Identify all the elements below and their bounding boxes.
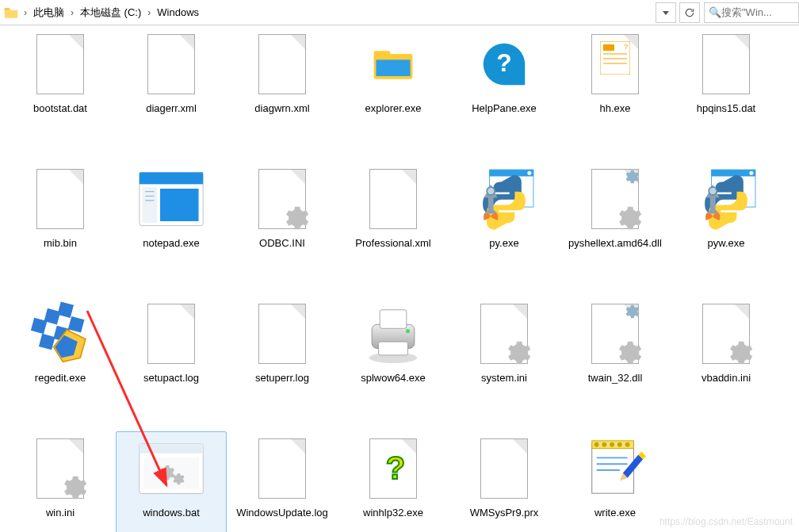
file-item[interactable]: explorer.exe: [338, 27, 449, 162]
blank-icon: [138, 300, 205, 367]
svg-rect-19: [490, 170, 533, 176]
file-item[interactable]: pyshellext.amd64.dll: [560, 162, 671, 297]
svg-point-47: [625, 442, 630, 447]
file-item[interactable]: WindowsUpdate.log: [227, 431, 338, 532]
svg-point-45: [610, 442, 614, 447]
dllgear-icon: [582, 300, 648, 367]
py-icon: [693, 166, 759, 232]
ini-icon: [27, 435, 94, 502]
file-item[interactable]: diagwrn.xml: [227, 27, 338, 162]
file-label: bootstat.dat: [33, 102, 87, 116]
chevron-right-icon: ›: [144, 7, 154, 18]
blank-icon: [249, 31, 315, 98]
svg-rect-2: [374, 51, 391, 58]
notepad-icon: [138, 166, 205, 232]
file-item[interactable]: ODBC.INI: [227, 162, 338, 297]
file-label: splwow64.exe: [361, 372, 426, 385]
explorer-icon: [360, 31, 426, 98]
breadcrumb-drive-c[interactable]: 本地磁盘 (C:): [78, 4, 143, 21]
blank-icon: [138, 31, 205, 98]
file-item[interactable]: setuperr.log: [227, 297, 338, 431]
file-item[interactable]: Professional.xml: [338, 162, 449, 297]
svg-rect-31: [68, 316, 85, 333]
file-item[interactable]: write.exe: [560, 431, 671, 532]
svg-rect-12: [140, 172, 203, 184]
file-item[interactable]: vbaddin.ini: [671, 297, 782, 431]
ini-icon: [693, 300, 759, 367]
file-item[interactable]: system.ini: [449, 297, 560, 431]
file-item[interactable]: ?winhlp32.exe: [338, 431, 449, 532]
file-label: regedit.exe: [35, 372, 86, 385]
svg-rect-13: [143, 187, 158, 223]
blank-icon: [249, 435, 315, 502]
file-item[interactable]: setupact.log: [116, 297, 227, 431]
svg-rect-29: [39, 334, 55, 350]
file-item[interactable]: windows.bat: [116, 431, 227, 532]
svg-rect-17: [160, 189, 199, 221]
file-item[interactable]: regedit.exe: [5, 297, 116, 431]
refresh-button[interactable]: [679, 2, 700, 23]
file-item[interactable]: twain_32.dll: [560, 297, 671, 431]
file-item[interactable]: diagerr.xml: [116, 27, 227, 162]
file-item[interactable]: pyw.exe: [671, 162, 782, 297]
file-grid: bootstat.datdiagerr.xmldiagwrn.xmlexplor…: [0, 25, 799, 532]
history-dropdown-button[interactable]: [656, 2, 676, 23]
file-item[interactable]: win.ini: [5, 431, 116, 532]
file-label: explorer.exe: [365, 102, 422, 116]
file-label: hpqins15.dat: [697, 102, 755, 116]
help-icon: ?: [471, 31, 537, 98]
file-item[interactable]: notepad.exe: [116, 162, 227, 297]
file-item[interactable]: mib.bin: [5, 162, 116, 297]
file-label: notepad.exe: [143, 237, 200, 251]
search-input[interactable]: [721, 6, 793, 18]
breadcrumb-windows[interactable]: Windows: [155, 5, 201, 20]
file-label: hh.exe: [599, 102, 630, 116]
printer-icon: [360, 300, 426, 367]
search-icon: 🔍: [709, 6, 721, 18]
breadcrumb-this-pc[interactable]: 此电脑: [32, 4, 66, 21]
file-item[interactable]: hpqins15.dat: [671, 27, 782, 162]
file-item[interactable]: ?hh.exe: [560, 27, 671, 162]
winhlp-icon: ?: [360, 435, 426, 502]
file-item[interactable]: bootstat.dat: [5, 27, 116, 162]
svg-rect-6: [603, 44, 614, 51]
chevron-right-icon: ›: [67, 7, 77, 18]
regedit-icon: [27, 300, 94, 367]
watermark: https://blog.csdn.net/Eastmount: [659, 516, 793, 527]
svg-point-20: [527, 171, 531, 175]
file-item[interactable]: ?HelpPane.exe: [449, 27, 560, 162]
file-item[interactable]: WMSysPr9.prx: [449, 431, 560, 532]
file-label: Professional.xml: [355, 237, 430, 251]
file-label: mib.bin: [44, 237, 77, 251]
file-label: pyw.exe: [708, 237, 745, 251]
address-bar: › 此电脑 › 本地磁盘 (C:) › Windows 🔍: [0, 0, 799, 25]
blank-icon: [471, 435, 537, 502]
blank-icon: [693, 31, 759, 98]
svg-text:?: ?: [624, 43, 628, 51]
ini-icon: [471, 300, 537, 367]
file-label: WindowsUpdate.log: [236, 507, 328, 520]
svg-point-44: [602, 442, 606, 447]
svg-text:?: ?: [386, 452, 405, 485]
file-label: setuperr.log: [255, 372, 309, 385]
chevron-right-icon: ›: [21, 7, 30, 18]
bat-icon: [138, 435, 205, 502]
file-label: write.exe: [594, 507, 636, 520]
file-label: ODBC.INI: [259, 237, 305, 251]
file-item[interactable]: py.exe: [449, 162, 560, 297]
file-label: vbaddin.ini: [702, 372, 751, 385]
svg-rect-23: [712, 170, 755, 176]
search-box[interactable]: 🔍: [704, 2, 799, 23]
ini-icon: [249, 166, 315, 232]
dllgear-icon: [582, 166, 648, 232]
svg-rect-34: [380, 310, 407, 329]
file-item[interactable]: splwow64.exe: [338, 297, 449, 431]
write-icon: [582, 435, 648, 502]
svg-text:?: ?: [496, 48, 511, 77]
file-label: HelpPane.exe: [472, 102, 537, 116]
file-label: py.exe: [489, 237, 518, 251]
svg-point-46: [617, 442, 622, 447]
blank-icon: [27, 31, 94, 98]
svg-point-21: [487, 187, 495, 195]
svg-rect-38: [140, 444, 204, 454]
